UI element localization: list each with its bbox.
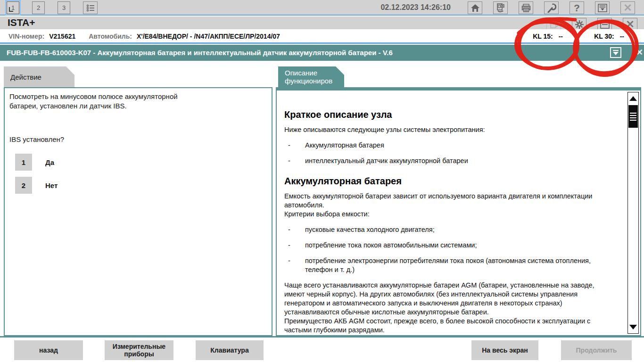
bottom-button-bar: назад Измерительные приборы Клавиатура Н… (0, 337, 644, 362)
tab-function-description[interactable]: Описание функциониров (278, 66, 344, 87)
screen-tab-2[interactable]: 2 (32, 1, 45, 14)
vehicle-info-bar: VIN-номер: V215621 Автомобиль: X'/E84/ВН… (0, 29, 644, 44)
scrollbar[interactable] (627, 92, 639, 334)
active-corner-icon (9, 7, 13, 12)
back-button[interactable]: назад (14, 340, 83, 360)
list-item: - интеллектуальный датчик аккумуляторной… (284, 156, 614, 165)
thumb-grip-icon (630, 117, 636, 118)
collapse-dropdown-button[interactable] (610, 47, 621, 58)
option-2-label: Нет (45, 181, 58, 189)
screen-tab-3-label: 3 (62, 4, 66, 11)
ista-title-bar: ISTA+ ✕ (0, 16, 644, 29)
continue-button[interactable]: Продолжить (561, 340, 632, 360)
screen-tab-2-label: 2 (37, 4, 40, 11)
keyboard-button[interactable]: Клавиатура (196, 340, 264, 360)
home-icon (471, 4, 480, 12)
list-item: - пусковые качества холодного двигателя; (284, 225, 614, 234)
paragraph: Емкость аккумуляторной батареи зависит о… (284, 192, 614, 219)
hide-panel-icon (598, 4, 607, 12)
chevron-down-icon (613, 52, 619, 55)
hide-panel-button[interactable] (595, 1, 610, 14)
list-item: - потребление тока покоя автомобильными … (284, 241, 614, 250)
vehicle-label: Автомобиль: (89, 33, 132, 40)
screen-tab-1[interactable]: 1 (7, 1, 19, 14)
print-button[interactable] (519, 1, 533, 14)
kl30-label: KL 30: (594, 33, 614, 40)
vehicle-info: VIN-номер: V215621 Автомобиль: X'/E84/ВН… (8, 33, 280, 40)
scroll-down-button[interactable] (628, 321, 638, 333)
top-toolbar: 1 2 3 02.12.2023 14:26:10 (0, 0, 644, 16)
vin-value: V215621 (49, 33, 75, 40)
print-icon (521, 4, 531, 12)
close-document-icon[interactable]: ✕ (636, 47, 643, 58)
document-title: FUB-FUB-FB-610003-K07 - Аккумуляторная б… (7, 49, 393, 57)
option-1-button[interactable]: 1 (15, 154, 32, 171)
arrow-down-icon (629, 325, 637, 329)
list-item: - потребление электроэнергии потребителя… (284, 256, 614, 274)
measuring-devices-button[interactable]: Измерительные приборы (105, 340, 173, 360)
bullet-dash: - (284, 156, 305, 165)
collapse-bar-icon (613, 50, 619, 51)
paragraph: Ниже описываются следующие узлы системы … (284, 125, 614, 134)
option-row-yes: 1 Да (15, 154, 272, 171)
instruction-text: Посмотреть на минусовом полюсе аккумулят… (9, 92, 272, 111)
kl30-value: -- (620, 33, 624, 40)
vin-label: VIN-номер: (8, 33, 44, 40)
window-panel-button[interactable] (597, 18, 612, 31)
option-row-no: 2 Нет (15, 177, 272, 194)
gear-button[interactable] (572, 18, 586, 31)
description-content: Краткое описание узла Ниже описываются с… (284, 90, 614, 335)
arrow-up-icon (629, 96, 637, 101)
option-1-label: Да (45, 158, 54, 166)
thumb-grip-icon (630, 120, 636, 121)
bullet-text: Аккумуляторная батарея (305, 141, 614, 150)
kl15-label: KL 15: (533, 33, 553, 40)
identification-button[interactable] (493, 1, 508, 14)
bullet-dash: - (284, 256, 305, 274)
option-2-button[interactable]: 2 (15, 177, 32, 194)
operations-list-icon (86, 4, 95, 12)
description-panel: Краткое описание узла Ниже описываются с… (276, 87, 641, 336)
document-title-bar: FUB-FUB-FB-610003-K07 - Аккумуляторная б… (0, 45, 644, 61)
bullet-dash: - (284, 241, 305, 250)
wrench-icon (547, 3, 556, 13)
scrollbar-thumb[interactable] (628, 105, 638, 128)
window-panel-icon (600, 20, 610, 29)
tab-description-label: Описание функциониров (285, 69, 332, 85)
bullet-text: интеллектуальный датчик аккумуляторной б… (305, 156, 614, 165)
section-heading: Аккумуляторная батарея (284, 177, 614, 186)
list-item: - Аккумуляторная батарея (284, 141, 614, 150)
tab-action[interactable]: Действие (4, 66, 74, 87)
kl15-value: -- (559, 33, 563, 40)
close-session-button[interactable]: ✕ (623, 18, 637, 31)
vehicle-value: X'/E84/ВНЕДОР/ - /N47/АКПП/ECE/ЛР/2014/0… (137, 33, 280, 40)
close-app-button[interactable]: ✕ (620, 1, 635, 14)
thumb-grip-icon (630, 115, 636, 116)
datetime: 02.12.2023 14:26:10 (380, 3, 451, 12)
gear-icon (575, 20, 584, 29)
bullet-text: потребление электроэнергии потребителями… (305, 256, 614, 274)
bullet-text: пусковые качества холодного двигателя; (305, 225, 614, 234)
help-button[interactable]: ? (570, 1, 584, 14)
section-heading: Краткое описание узла (284, 110, 614, 119)
bullet-dash: - (284, 225, 305, 234)
fullscreen-button[interactable]: На весь экран (471, 340, 538, 360)
kl15-status: KL 15:-- (533, 33, 563, 40)
kl30-status: KL 30:-- (594, 33, 624, 40)
thumb-grip-icon (630, 113, 636, 114)
question-text: IBS установлен? (9, 135, 272, 143)
copy-documents-button (546, 18, 561, 31)
close-session-icon: ✕ (626, 19, 634, 30)
tab-action-label: Действие (10, 73, 41, 81)
action-panel: Посмотреть на минусовом полюсе аккумулят… (4, 87, 272, 336)
bullet-text: потребление тока покоя автомобильными си… (305, 241, 614, 250)
help-icon: ? (574, 3, 580, 13)
copy-documents-icon (550, 20, 558, 29)
close-icon: ✕ (623, 3, 632, 13)
screen-tab-3[interactable]: 3 (58, 1, 70, 14)
home-button[interactable] (468, 1, 482, 14)
scroll-up-button[interactable] (628, 92, 638, 105)
operations-list-button[interactable] (83, 1, 98, 14)
identification-icon (496, 3, 505, 13)
settings-button[interactable] (544, 1, 559, 14)
